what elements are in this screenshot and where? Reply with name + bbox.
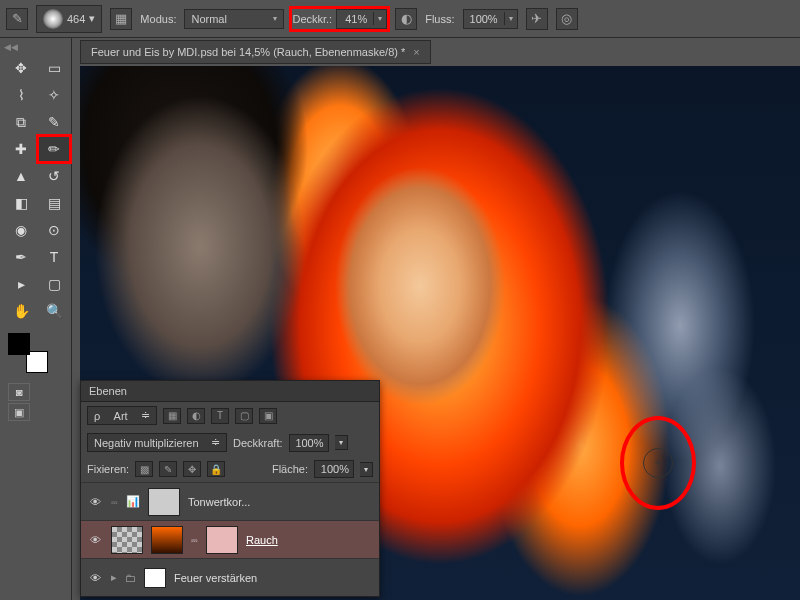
shape-tool[interactable]: ▢	[39, 272, 69, 296]
layer-name[interactable]: Tonwertkor...	[188, 496, 250, 508]
blur-tool[interactable]: ◉	[6, 218, 36, 242]
brush-tool[interactable]: ✏	[39, 137, 69, 161]
annotation-highlight-cursor: +	[620, 416, 696, 510]
foreground-swatch[interactable]	[8, 333, 30, 355]
path-select-tool[interactable]: ▸	[6, 272, 36, 296]
mask-thumb[interactable]	[148, 488, 180, 516]
opacity-value: 41%	[337, 11, 373, 27]
layer-row[interactable]: 👁 ⎓ 📊 Tonwertkor...	[81, 482, 379, 520]
type-tool[interactable]: T	[39, 245, 69, 269]
history-brush-tool[interactable]: ↺	[39, 164, 69, 188]
mask-thumb[interactable]	[206, 526, 238, 554]
gradient-tool[interactable]: ▤	[39, 191, 69, 215]
document-tab[interactable]: Feuer und Eis by MDI.psd bei 14,5% (Rauc…	[80, 40, 431, 64]
screenmode-toggle[interactable]: ▣	[8, 403, 30, 421]
brush-size-value: 464	[67, 13, 85, 25]
tool-preset-icon[interactable]: ✎	[6, 8, 28, 30]
layer-name[interactable]: Feuer verstärken	[174, 572, 257, 584]
chevron-down-icon[interactable]: ▾	[373, 12, 386, 25]
visibility-icon[interactable]: 👁	[87, 496, 103, 508]
opacity-label: Deckkr.:	[292, 13, 332, 25]
filter-pixel-icon[interactable]: ▦	[163, 408, 181, 424]
layer-filter-kind[interactable]: ρArt≑	[87, 406, 157, 425]
layer-thumb[interactable]	[111, 526, 143, 554]
dodge-tool[interactable]: ⊙	[39, 218, 69, 242]
quickmask-toggle[interactable]: ◙	[8, 383, 30, 401]
close-icon[interactable]: ×	[413, 46, 419, 58]
hand-tool[interactable]: ✋	[6, 299, 36, 323]
link-icon: ⎓	[191, 534, 198, 546]
layer-blendmode-select[interactable]: Negativ multiplizieren≑	[87, 433, 227, 452]
chevron-down-icon: ▾	[273, 14, 277, 23]
zoom-tool[interactable]: 🔍	[39, 299, 69, 323]
flow-label: Fluss:	[425, 13, 454, 25]
crop-tool[interactable]: ⧉	[6, 110, 36, 134]
pressure-opacity-icon[interactable]: ◐	[395, 8, 417, 30]
pressure-size-icon[interactable]: ◎	[556, 8, 578, 30]
chevron-down-icon[interactable]: ▾	[360, 462, 373, 477]
blend-mode-value: Normal	[191, 13, 226, 25]
flow-value: 100%	[464, 11, 504, 27]
fill-label: Fläche:	[272, 463, 308, 475]
fill-value[interactable]: 100%	[314, 460, 354, 478]
blend-mode-select[interactable]: Normal ▾	[184, 9, 284, 29]
filter-type-icon[interactable]: T	[211, 408, 229, 424]
layer-opacity-label: Deckkraft:	[233, 437, 283, 449]
brush-preview-icon	[43, 9, 63, 29]
folder-arrow-icon[interactable]: ▸	[111, 571, 117, 584]
lock-pixels-icon[interactable]: ✎	[159, 461, 177, 477]
layer-thumb[interactable]	[151, 526, 183, 554]
tool-palette: ◀◀ ✥ ▭ ⌇ ✧ ⧉ ✎ ✚ ✏ ▲ ↺ ◧ ▤ ◉ ⊙ ✒ T ▸ ▢ ✋…	[0, 38, 72, 600]
opacity-group-highlight: Deckkr.: 41% ▾	[292, 9, 387, 29]
chevron-down-icon[interactable]: ▾	[504, 12, 517, 25]
mode-label: Modus:	[140, 13, 176, 25]
mask-thumb[interactable]	[144, 568, 166, 588]
brush-cursor-icon: +	[643, 448, 673, 478]
lock-trans-icon[interactable]: ▩	[135, 461, 153, 477]
artwork-smoke	[540, 126, 800, 586]
layer-name[interactable]: Rauch	[246, 534, 278, 546]
filter-adjust-icon[interactable]: ◐	[187, 408, 205, 424]
lock-label: Fixieren:	[87, 463, 129, 475]
document-title: Feuer und Eis by MDI.psd bei 14,5% (Rauc…	[91, 46, 405, 58]
move-tool[interactable]: ✥	[6, 56, 36, 80]
flow-input[interactable]: 100% ▾	[463, 9, 518, 29]
eraser-tool[interactable]: ◧	[6, 191, 36, 215]
layer-row[interactable]: 👁 ▸ 🗀 Feuer verstärken	[81, 558, 379, 596]
healing-tool[interactable]: ✚	[6, 137, 36, 161]
eyedropper-tool[interactable]: ✎	[39, 110, 69, 134]
opacity-input[interactable]: 41% ▾	[336, 9, 387, 29]
filter-smart-icon[interactable]: ▣	[259, 408, 277, 424]
visibility-icon[interactable]: 👁	[87, 534, 103, 546]
layers-panel: Ebenen ρArt≑ ▦ ◐ T ▢ ▣ Negativ multipliz…	[80, 380, 380, 597]
lock-all-icon[interactable]: 🔒	[207, 461, 225, 477]
brush-panel-toggle[interactable]: ▦	[110, 8, 132, 30]
folder-icon: 🗀	[125, 572, 136, 584]
pen-tool[interactable]: ✒	[6, 245, 36, 269]
chevron-down-icon: ▾	[89, 12, 95, 25]
airbrush-icon[interactable]: ✈	[526, 8, 548, 30]
levels-icon: 📊	[126, 495, 140, 508]
brush-preset-picker[interactable]: 464 ▾	[36, 5, 102, 33]
lasso-tool[interactable]: ⌇	[6, 83, 36, 107]
panel-collapse-icon[interactable]: ◀◀	[4, 42, 18, 52]
magic-wand-tool[interactable]: ✧	[39, 83, 69, 107]
stamp-tool[interactable]: ▲	[6, 164, 36, 188]
layer-opacity-value[interactable]: 100%	[289, 434, 329, 452]
marquee-tool[interactable]: ▭	[39, 56, 69, 80]
layer-row[interactable]: 👁 ⎓ Rauch	[81, 520, 379, 558]
lock-position-icon[interactable]: ✥	[183, 461, 201, 477]
options-bar: ✎ 464 ▾ ▦ Modus: Normal ▾ Deckkr.: 41% ▾…	[0, 0, 800, 38]
link-icon[interactable]: ⎓	[111, 496, 118, 508]
visibility-icon[interactable]: 👁	[87, 572, 103, 584]
layers-panel-title[interactable]: Ebenen	[81, 381, 379, 402]
filter-shape-icon[interactable]: ▢	[235, 408, 253, 424]
chevron-down-icon[interactable]: ▾	[335, 435, 348, 450]
color-swatches[interactable]	[8, 333, 48, 373]
